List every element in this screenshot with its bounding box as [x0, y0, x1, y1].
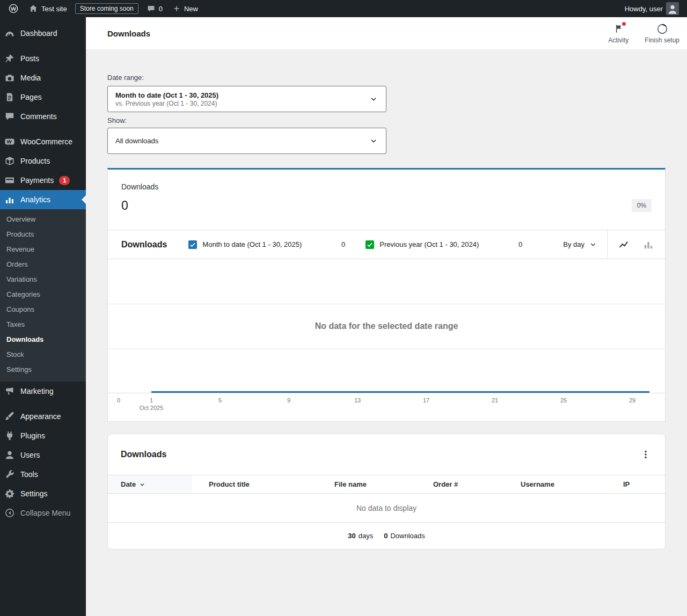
summary-tile-downloads[interactable]: Downloads 0 0%	[108, 170, 665, 230]
show-label: Show:	[107, 117, 666, 124]
column-header-ip[interactable]: IP	[606, 475, 665, 493]
submenu-item-orders[interactable]: Orders	[0, 257, 86, 272]
series-line-primary	[151, 391, 649, 393]
sidebar-item-payments[interactable]: Payments 1	[0, 171, 86, 190]
collapse-arrow-icon	[4, 508, 15, 518]
submenu-item-variations[interactable]: Variations	[0, 272, 86, 287]
wordpress-logo-icon[interactable]	[3, 0, 24, 17]
column-header-username[interactable]: Username	[504, 475, 606, 493]
store-coming-soon-badge[interactable]: Store coming soon	[75, 3, 138, 14]
submenu-item-categories[interactable]: Categories	[0, 287, 86, 302]
pin-icon	[4, 53, 15, 64]
submenu-item-downloads[interactable]: Downloads	[0, 332, 86, 347]
dashboard-icon	[4, 28, 15, 39]
column-label: File name	[334, 480, 367, 488]
sidebar-item-label: Posts	[20, 54, 39, 63]
checkbox-checked-icon	[366, 240, 374, 249]
chart-empty-message: No data for the selected date range	[108, 321, 665, 331]
submenu-item-revenue[interactable]: Revenue	[0, 242, 86, 257]
comments-bubble-icon	[147, 4, 156, 13]
sidebar-item-collapse-menu[interactable]: Collapse Menu	[0, 503, 86, 523]
sidebar-item-products[interactable]: Products	[0, 151, 86, 171]
x-tick: 13	[354, 397, 361, 404]
ellipsis-menu-button[interactable]	[639, 448, 652, 461]
summary-value: 0	[121, 199, 128, 212]
submenu-item-settings[interactable]: Settings	[0, 362, 86, 377]
column-header-file-name[interactable]: File name	[318, 475, 416, 493]
plus-icon	[172, 4, 181, 13]
sidebar-item-users[interactable]: Users	[0, 445, 86, 465]
sidebar-item-dashboard[interactable]: Dashboard	[0, 24, 86, 43]
table-header-row: Date Product title File name Order #	[108, 475, 665, 494]
sidebar-item-appearance[interactable]: Appearance	[0, 407, 86, 426]
submenu-item-products[interactable]: Products	[0, 227, 86, 242]
date-range-secondary: vs. Previous year (Oct 1 - 30, 2024)	[115, 100, 369, 107]
legend-item-current-period[interactable]: Month to date (Oct 1 - 30, 2025) 0	[188, 240, 349, 249]
sidebar-item-plugins[interactable]: Plugins	[0, 426, 86, 445]
column-header-product-title[interactable]: Product title	[192, 475, 318, 493]
line-chart-type-button[interactable]	[617, 237, 632, 252]
submenu-item-taxes[interactable]: Taxes	[0, 317, 86, 332]
chevron-down-icon	[369, 136, 378, 146]
site-name: Test site	[41, 5, 67, 13]
date-range-select[interactable]: Month to date (Oct 1 - 30, 2025) vs. Pre…	[107, 86, 386, 112]
column-label: IP	[623, 480, 630, 488]
gridline	[108, 304, 665, 304]
sidebar-item-pages[interactable]: Pages	[0, 87, 86, 107]
analytics-submenu: Overview Products Revenue Orders Variati…	[0, 209, 86, 382]
new-label: New	[184, 5, 198, 13]
sidebar-item-posts[interactable]: Posts	[0, 49, 86, 68]
chart-x-axis: 0 1 5 9 13 17 21 25 29 Oct 2025	[108, 393, 665, 421]
howdy-menu[interactable]: Howdy, user	[620, 0, 684, 17]
column-label: Date	[121, 480, 136, 488]
table-card-header: Downloads	[108, 434, 665, 475]
column-header-date[interactable]: Date	[108, 475, 192, 493]
legend-value: 0	[341, 240, 349, 248]
date-range-primary: Month to date (Oct 1 - 30, 2025)	[115, 91, 369, 99]
woocommerce-icon	[4, 136, 15, 147]
finish-setup-button[interactable]: Finish setup	[645, 23, 679, 44]
activity-button[interactable]: Activity	[608, 23, 628, 44]
sidebar-item-media[interactable]: Media	[0, 68, 86, 87]
submenu-item-overview[interactable]: Overview	[0, 212, 86, 227]
x-tick: 9	[287, 397, 290, 404]
legend-item-previous-period[interactable]: Previous year (Oct 1 - 30, 2024) 0	[366, 240, 527, 249]
home-icon	[28, 4, 38, 13]
sidebar-item-analytics[interactable]: Analytics	[0, 190, 86, 209]
x-tick: 29	[629, 397, 635, 404]
chart-header: Downloads Month to date (Oct 1 - 30, 202…	[108, 230, 665, 259]
column-header-order-number[interactable]: Order #	[416, 475, 504, 493]
plug-icon	[4, 430, 15, 441]
finish-setup-label: Finish setup	[645, 36, 679, 44]
sidebar-item-marketing[interactable]: Marketing	[0, 382, 86, 401]
submenu-item-coupons[interactable]: Coupons	[0, 302, 86, 317]
box-icon	[4, 156, 15, 166]
column-label: Order #	[433, 480, 458, 488]
bar-chart-type-button[interactable]	[641, 237, 656, 252]
sidebar-item-woocommerce[interactable]: WooCommerce	[0, 132, 86, 151]
chart-type-buttons	[607, 230, 665, 259]
menu-separator	[0, 126, 86, 132]
sidebar-item-tools[interactable]: Tools	[0, 465, 86, 484]
admin-bar-right: Howdy, user	[620, 0, 687, 17]
days-summary: 30 days	[348, 532, 373, 540]
header-actions: Activity Finish setup	[608, 23, 679, 44]
sidebar-item-settings[interactable]: Settings	[0, 484, 86, 503]
page-header: Downloads Activity Finish setup	[86, 17, 687, 49]
comments-menu[interactable]: 0	[142, 0, 167, 17]
menu-separator	[0, 43, 86, 49]
new-menu[interactable]: New	[167, 0, 203, 17]
setup-progress-icon	[656, 23, 668, 35]
days-label: days	[359, 532, 373, 540]
comment-icon	[4, 111, 15, 122]
sidebar-item-comments[interactable]: Comments	[0, 107, 86, 126]
site-menu[interactable]: Test site	[24, 0, 72, 17]
table-empty-message: No data to display	[108, 494, 665, 523]
show-select[interactable]: All downloads	[107, 128, 386, 154]
camera-icon	[4, 72, 15, 83]
chart-plot-area: No data for the selected date range	[108, 259, 665, 393]
legend-value: 0	[518, 240, 527, 248]
interval-select[interactable]: By day	[553, 240, 607, 249]
submenu-item-stock[interactable]: Stock	[0, 347, 86, 362]
summary-label: Downloads	[121, 182, 652, 191]
